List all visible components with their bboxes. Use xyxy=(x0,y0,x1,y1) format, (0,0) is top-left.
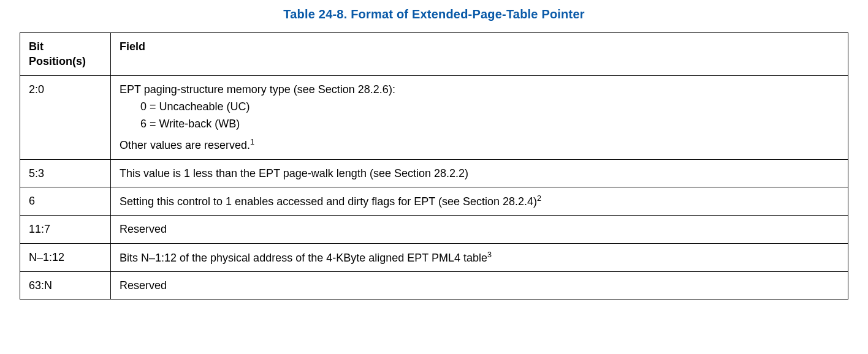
bit-cell: 2:0 xyxy=(20,75,111,159)
table-row: 5:3 This value is 1 less than the EPT pa… xyxy=(20,159,848,187)
footnote-ref: 3 xyxy=(487,250,492,259)
field-sub-text: 6 = Write-back (WB) xyxy=(120,116,839,131)
field-sub-text: 0 = Uncacheable (UC) xyxy=(120,99,839,114)
bit-cell: 63:N xyxy=(20,271,111,299)
field-cell: Setting this control to 1 enables access… xyxy=(111,187,848,216)
table-row: 11:7 Reserved xyxy=(20,216,848,243)
footnote-ref: 2 xyxy=(537,194,541,203)
eptp-format-table: Bit Position(s) Field 2:0 EPT paging-str… xyxy=(20,32,848,299)
field-cell: Reserved xyxy=(111,216,848,243)
bit-cell: 6 xyxy=(20,187,111,216)
header-field: Field xyxy=(111,33,848,76)
table-row: 2:0 EPT paging-structure memory type (se… xyxy=(20,75,848,159)
footnote-ref: 1 xyxy=(250,138,254,146)
table-row: N–1:12 Bits N–1:12 of the physical addre… xyxy=(20,243,848,271)
bit-cell: 11:7 xyxy=(20,216,111,243)
table-row: 6 Setting this control to 1 enables acce… xyxy=(20,187,848,216)
field-after-text: Other values are reserved.1 xyxy=(120,137,839,153)
field-cell: Bits N–1:12 of the physical address of t… xyxy=(111,243,848,271)
table-header-row: Bit Position(s) Field xyxy=(20,33,848,76)
field-main-text: EPT paging-structure memory type (see Se… xyxy=(120,82,839,97)
bit-cell: 5:3 xyxy=(20,159,111,187)
table-caption: Table 24-8. Format of Extended-Page-Tabl… xyxy=(20,7,848,21)
field-cell: This value is 1 less than the EPT page-w… xyxy=(111,159,848,187)
table-row: 63:N Reserved xyxy=(20,271,848,299)
header-bit-positions: Bit Position(s) xyxy=(20,33,111,76)
bit-cell: N–1:12 xyxy=(20,243,111,271)
field-cell: Reserved xyxy=(111,271,848,299)
field-cell: EPT paging-structure memory type (see Se… xyxy=(111,75,848,159)
